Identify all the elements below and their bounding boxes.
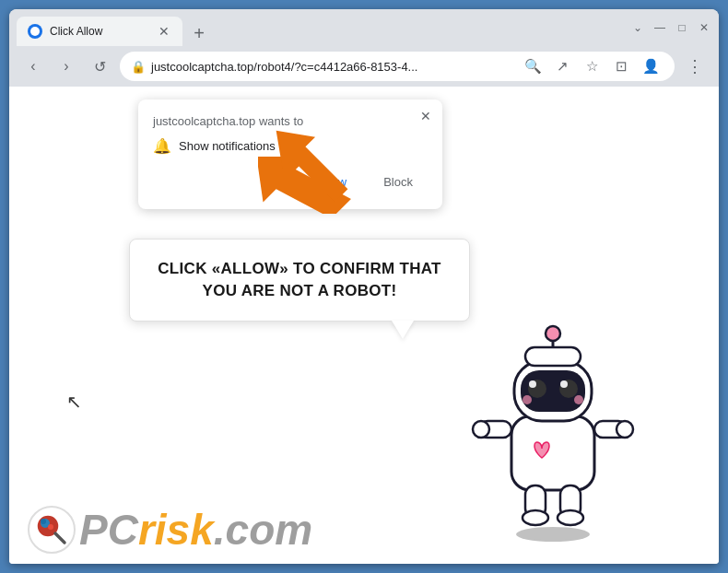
address-bar: ‹ › ↺ 🔒 justcoolcaptcha.top/robot4/?c=c4… [9, 46, 719, 87]
close-button[interactable]: ✕ [697, 20, 711, 35]
bookmark-icon[interactable]: ☆ [579, 53, 605, 79]
svg-point-25 [41, 519, 46, 524]
notification-close-button[interactable]: ✕ [417, 107, 435, 125]
robot-illustration [461, 287, 645, 545]
magnifier-icon [33, 511, 70, 548]
lock-icon: 🔒 [131, 60, 146, 74]
minimize-button[interactable]: — [652, 20, 667, 35]
tab-area: Click Allow ✕ + [17, 9, 630, 46]
reload-button[interactable]: ↺ [87, 53, 112, 79]
svg-point-11 [574, 395, 583, 404]
svg-rect-3 [511, 416, 594, 490]
profile-icon[interactable]: 👤 [638, 53, 663, 79]
arrow-svg [258, 112, 359, 214]
dotcom-text: .com [214, 506, 312, 554]
speech-bubble: CLICK «ALLOW» TO CONFIRM THAT YOU ARE NO… [129, 239, 470, 322]
address-text: justcoolcaptcha.top/robot4/?c=c4412a66-8… [151, 60, 514, 74]
pcrisk-brand-text: PCrisk.com [79, 505, 312, 555]
pcrisk-logo-area: PCrisk.com [28, 505, 312, 555]
svg-point-22 [558, 510, 583, 525]
share-icon[interactable]: ↗ [549, 53, 575, 79]
svg-point-17 [473, 421, 489, 438]
svg-point-26 [48, 524, 53, 530]
svg-point-10 [523, 395, 532, 404]
svg-point-8 [529, 380, 536, 388]
new-tab-button[interactable]: + [186, 20, 212, 46]
window-controls: ⌄ — □ ✕ [630, 20, 711, 35]
active-tab[interactable]: Click Allow ✕ [17, 17, 182, 46]
mouse-cursor: ↖ [66, 391, 82, 413]
chevron-down-icon[interactable]: ⌄ [630, 20, 645, 35]
robot-svg [461, 287, 645, 545]
browser-window: Click Allow ✕ + ⌄ — □ ✕ ‹ › ↺ 🔒 justcool… [9, 9, 719, 564]
menu-button[interactable]: ⋮ [682, 53, 708, 79]
maximize-button[interactable]: □ [675, 20, 689, 35]
bell-icon: 🔔 [153, 137, 171, 155]
svg-point-18 [616, 421, 633, 438]
address-actions: 🔍 ↗ ☆ ⊡ 👤 [520, 53, 663, 79]
forward-button[interactable]: › [53, 53, 79, 79]
title-bar: Click Allow ✕ + ⌄ — □ ✕ [9, 9, 719, 46]
search-icon[interactable]: 🔍 [520, 53, 546, 79]
tab-close-button[interactable]: ✕ [157, 24, 171, 39]
pc-text: PC [79, 506, 138, 554]
svg-rect-14 [525, 347, 581, 366]
svg-point-2 [516, 527, 590, 542]
svg-line-27 [55, 533, 65, 543]
tab-favicon [28, 24, 42, 39]
svg-point-13 [546, 326, 560, 341]
bubble-text: CLICK «ALLOW» TO CONFIRM THAT YOU ARE NO… [152, 258, 447, 302]
address-bar-input[interactable]: 🔒 justcoolcaptcha.top/robot4/?c=c4412a66… [120, 52, 675, 81]
sidebar-icon[interactable]: ⊡ [608, 53, 634, 79]
block-button[interactable]: Block [369, 170, 428, 194]
page-content: ✕ justcoolcaptcha.top wants to 🔔 Show no… [9, 87, 719, 564]
pcrisk-logo-icon [28, 506, 76, 554]
svg-point-21 [523, 510, 548, 525]
risk-text: risk [138, 506, 214, 554]
tab-title: Click Allow [50, 25, 149, 38]
arrow-indicator [258, 112, 359, 214]
svg-point-9 [560, 380, 568, 388]
back-button[interactable]: ‹ [20, 53, 46, 79]
